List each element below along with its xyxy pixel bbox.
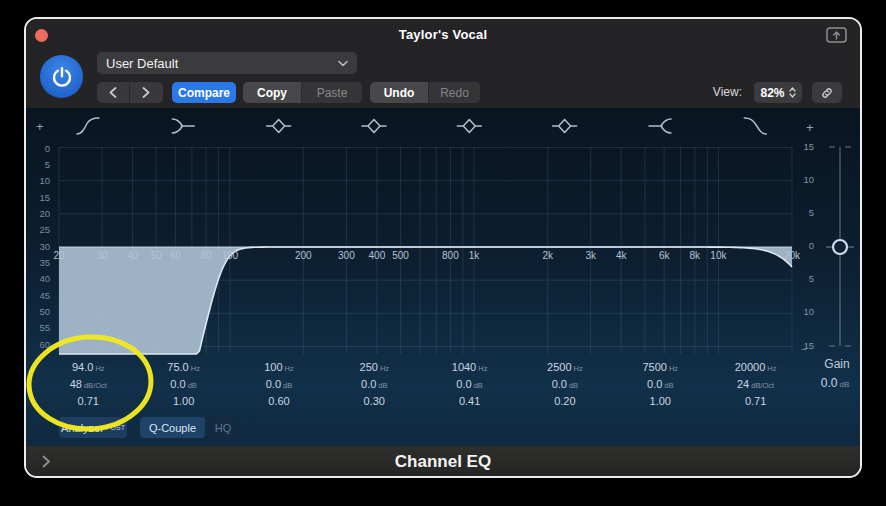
preset-nav [97, 82, 163, 103]
preset-value: User Default [106, 56, 338, 71]
freq-tick-label: 300 [338, 250, 355, 261]
analyzer-label: Analyzer [61, 422, 104, 434]
freq-tick-label: 500 [392, 250, 409, 261]
band-4-q[interactable]: 0.30 [326, 394, 422, 408]
freq-tick-label: 20 [53, 250, 64, 261]
analyzer-axis-label: 5 [26, 159, 50, 170]
preset-dropdown[interactable]: User Default [97, 52, 357, 74]
hq-toggle[interactable]: HQ [210, 417, 236, 438]
analyzer-axis-label: 10 [26, 175, 50, 186]
gain-axis-label: 15 [790, 340, 814, 351]
plugin-window: 2030405060801002003004005008001k2k3k4k6k… [24, 17, 862, 478]
prev-preset-button[interactable] [97, 82, 129, 103]
next-preset-button[interactable] [130, 82, 162, 103]
analyzer-axis-label: 35 [26, 257, 50, 268]
freq-tick-label: 3k [585, 250, 596, 261]
band-3-gain-slope[interactable]: 0.0dB [231, 377, 327, 391]
copy-button[interactable]: Copy [243, 82, 301, 103]
bottom-bar: Channel EQ [26, 446, 860, 478]
freq-tick-label: 200 [295, 250, 312, 261]
freq-tick-label: 80 [201, 250, 212, 261]
power-button[interactable] [40, 55, 83, 98]
undo-button[interactable]: Undo [370, 82, 428, 103]
freq-tick-label: 10k [710, 250, 726, 261]
freq-tick-label: 800 [442, 250, 459, 261]
freq-tick-label: 1k [469, 250, 480, 261]
freq-tick-label: 2k [542, 250, 553, 261]
band-1-gain-slope[interactable]: 48dB/Oct [40, 377, 136, 391]
freq-tick-label: 50 [151, 250, 162, 261]
plugin-name: Channel EQ [395, 452, 491, 472]
freq-tick-label: 400 [369, 250, 386, 261]
band-5-q[interactable]: 0.41 [422, 394, 518, 408]
analyzer-axis-label: 25 [26, 224, 50, 235]
freq-tick-label: 6k [659, 250, 670, 261]
stepper-arrows-icon [789, 87, 796, 98]
band-1-frequency[interactable]: 94.0Hz [40, 360, 136, 374]
chevron-down-icon [338, 60, 348, 67]
freq-tick-label: 30 [96, 250, 107, 261]
window-title: Taylor's Vocal [26, 27, 860, 42]
analyzer-axis-label: 50 [26, 306, 50, 317]
paste-button[interactable]: Paste [302, 82, 362, 103]
gain-axis-label: 0 [790, 240, 814, 251]
plugin-header: Taylor's Vocal User Default [26, 19, 860, 108]
link-button[interactable] [812, 82, 842, 103]
band-7-frequency[interactable]: 7500Hz [612, 360, 708, 374]
analyzer-axis-label: 40 [26, 273, 50, 284]
band-2-gain-slope[interactable]: 0.0dB [136, 377, 232, 391]
analyzer-axis-label: 20 [26, 208, 50, 219]
right-axis-plus-button[interactable]: + [806, 120, 814, 135]
analyzer-axis-label: 55 [26, 322, 50, 333]
screen-background: 2030405060801002003004005008001k2k3k4k6k… [0, 0, 886, 506]
band-7-gain-slope[interactable]: 0.0dB [612, 377, 708, 391]
expand-chevron-icon[interactable] [42, 455, 51, 468]
band-5-gain-slope[interactable]: 0.0dB [422, 377, 518, 391]
analyzer-axis-label: 45 [26, 290, 50, 301]
power-icon [50, 65, 74, 89]
band-4-gain-slope[interactable]: 0.0dB [326, 377, 422, 391]
window-mode-icon[interactable] [826, 27, 847, 43]
gain-axis-label: 15 [790, 141, 814, 152]
gain-axis-label: 5 [790, 273, 814, 284]
freq-tick-label: 40 [127, 250, 138, 261]
left-axis-plus-button[interactable]: + [36, 119, 44, 134]
band-6-frequency[interactable]: 2500Hz [517, 360, 613, 374]
band-2-q[interactable]: 1.00 [136, 394, 232, 408]
view-zoom-stepper[interactable]: 82% [754, 82, 802, 103]
freq-tick-label: 60 [170, 250, 181, 261]
freq-tick-label: 20k [784, 250, 800, 261]
analyzer-axis-label: 60 [26, 339, 50, 350]
band-3-q[interactable]: 0.60 [231, 394, 327, 408]
analyzer-axis-label: 30 [26, 241, 50, 252]
freq-tick-label: 8k [690, 250, 701, 261]
freq-tick-label: 4k [616, 250, 627, 261]
gain-axis-label: 10 [790, 174, 814, 185]
copy-paste-control: Copy Paste [243, 82, 362, 103]
band-8-gain-slope[interactable]: 24dB/Oct [708, 377, 804, 391]
undo-redo-control: Undo Redo [370, 82, 480, 103]
band-1-q[interactable]: 0.71 [40, 394, 136, 408]
view-label: View: [690, 85, 742, 99]
analyzer-post-label: POST [106, 424, 125, 431]
band-2-frequency[interactable]: 75.0Hz [136, 360, 232, 374]
redo-button[interactable]: Redo [429, 82, 480, 103]
band-6-q[interactable]: 0.20 [517, 394, 613, 408]
band-8-frequency[interactable]: 20000Hz [708, 360, 804, 374]
band-6-gain-slope[interactable]: 0.0dB [517, 377, 613, 391]
analyzer-axis-label: 0 [26, 143, 50, 154]
band-3-frequency[interactable]: 100Hz [231, 360, 327, 374]
q-couple-toggle[interactable]: Q-Couple [140, 417, 205, 438]
analyzer-toggle[interactable]: AnalyzerPOST [59, 417, 127, 438]
gain-axis-label: 5 [790, 207, 814, 218]
band-8-q[interactable]: 0.71 [708, 394, 804, 408]
band-5-frequency[interactable]: 1040Hz [422, 360, 518, 374]
analyzer-axis-label: 15 [26, 192, 50, 203]
band-4-frequency[interactable]: 250Hz [326, 360, 422, 374]
gain-axis-label: 10 [790, 306, 814, 317]
link-icon [820, 86, 834, 100]
view-zoom-value: 82% [760, 86, 784, 100]
compare-button[interactable]: Compare [172, 82, 236, 103]
band-7-q[interactable]: 1.00 [612, 394, 708, 408]
freq-tick-label: 100 [221, 250, 238, 261]
